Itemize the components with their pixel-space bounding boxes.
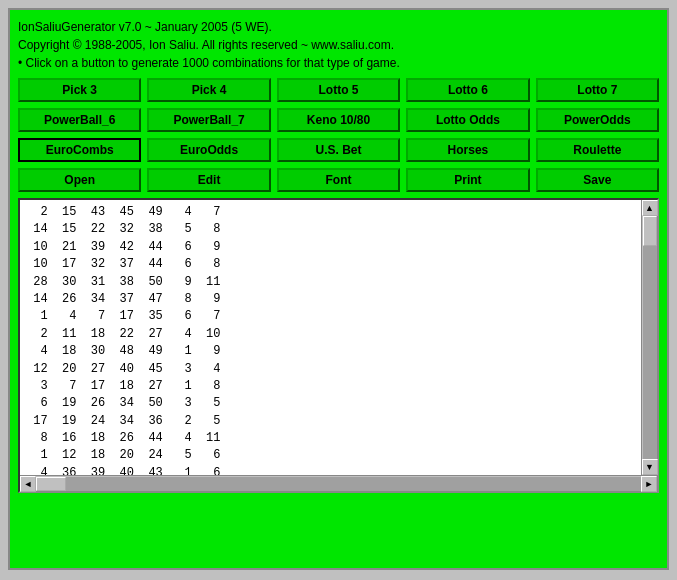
keno-button[interactable]: Keno 10/80 xyxy=(277,108,400,132)
save-button[interactable]: Save xyxy=(536,168,659,192)
header-line3: • Click on a button to generate 1000 com… xyxy=(18,54,659,72)
button-rows: Pick 3Pick 4Lotto 5Lotto 6Lotto 7PowerBa… xyxy=(18,78,659,192)
pick3-button[interactable]: Pick 3 xyxy=(18,78,141,102)
button-row-2: EuroCombsEuroOddsU.S. BetHorsesRoulette xyxy=(18,138,659,162)
hscroll-track[interactable] xyxy=(36,477,641,491)
euroodds-button[interactable]: EuroOdds xyxy=(147,138,270,162)
header-section: IonSaliuGenerator v7.0 ~ January 2005 (5… xyxy=(18,18,659,72)
output-text: 2 15 43 45 49 4 7 14 15 22 32 38 5 8 10 … xyxy=(20,200,641,475)
lotto5-button[interactable]: Lotto 5 xyxy=(277,78,400,102)
header-line2: Copyright © 1988-2005, Ion Saliu. All ri… xyxy=(18,36,659,54)
output-wrapper: 2 15 43 45 49 4 7 14 15 22 32 38 5 8 10 … xyxy=(18,198,659,493)
powerodds-button[interactable]: PowerOdds xyxy=(536,108,659,132)
powerball7-button[interactable]: PowerBall_7 xyxy=(147,108,270,132)
roulette-button[interactable]: Roulette xyxy=(536,138,659,162)
eurocombs-button[interactable]: EuroCombs xyxy=(18,138,141,162)
font-button[interactable]: Font xyxy=(277,168,400,192)
output-inner: 2 15 43 45 49 4 7 14 15 22 32 38 5 8 10 … xyxy=(20,200,657,475)
scroll-down-button[interactable]: ▼ xyxy=(642,459,658,475)
lotto-odds-button[interactable]: Lotto Odds xyxy=(406,108,529,132)
scroll-right-button[interactable]: ► xyxy=(641,476,657,492)
vertical-scrollbar[interactable]: ▲ ▼ xyxy=(641,200,657,475)
button-row-0: Pick 3Pick 4Lotto 5Lotto 6Lotto 7 xyxy=(18,78,659,102)
hscroll-thumb[interactable] xyxy=(36,477,66,491)
open-button[interactable]: Open xyxy=(18,168,141,192)
scroll-up-button[interactable]: ▲ xyxy=(642,200,658,216)
button-row-3: OpenEditFontPrintSave xyxy=(18,168,659,192)
pick4-button[interactable]: Pick 4 xyxy=(147,78,270,102)
header-line1: IonSaliuGenerator v7.0 ~ January 2005 (5… xyxy=(18,18,659,36)
edit-button[interactable]: Edit xyxy=(147,168,270,192)
powerball6-button[interactable]: PowerBall_6 xyxy=(18,108,141,132)
scroll-thumb[interactable] xyxy=(643,216,657,246)
app-container: IonSaliuGenerator v7.0 ~ January 2005 (5… xyxy=(8,8,669,570)
button-row-1: PowerBall_6PowerBall_7Keno 10/80Lotto Od… xyxy=(18,108,659,132)
lotto7-button[interactable]: Lotto 7 xyxy=(536,78,659,102)
lotto6-button[interactable]: Lotto 6 xyxy=(406,78,529,102)
scroll-left-button[interactable]: ◄ xyxy=(20,476,36,492)
print-button[interactable]: Print xyxy=(406,168,529,192)
scroll-track[interactable] xyxy=(643,216,657,459)
horses-button[interactable]: Horses xyxy=(406,138,529,162)
usbet-button[interactable]: U.S. Bet xyxy=(277,138,400,162)
horizontal-scrollbar[interactable]: ◄ ► xyxy=(20,475,657,491)
